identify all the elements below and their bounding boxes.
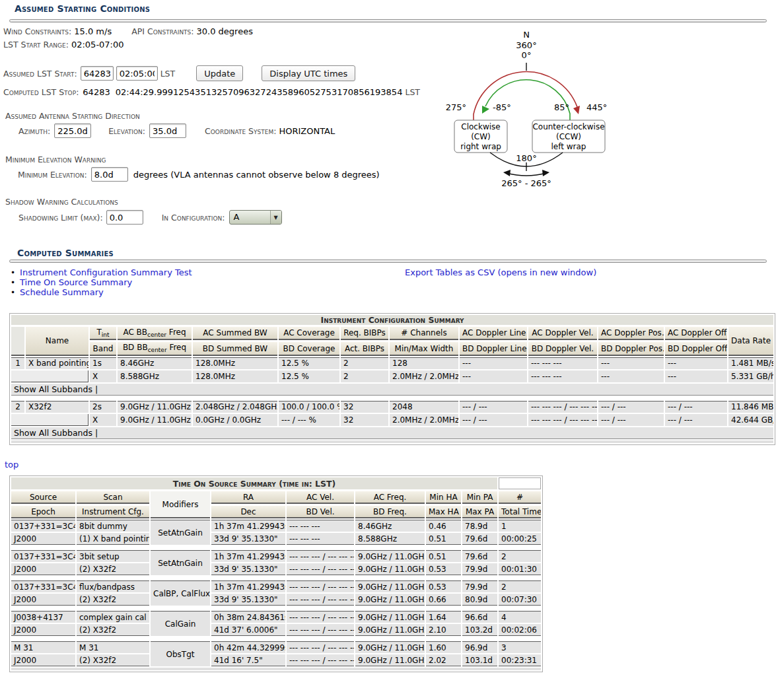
link-schedule-summary[interactable]: Schedule Summary	[20, 287, 104, 297]
table-cell: 12.5 %	[279, 370, 339, 382]
table-cell: 79.9d	[462, 580, 497, 592]
table-cell: 33d 9' 35.1330"	[211, 563, 285, 575]
table-cell: 00:07:30	[499, 594, 541, 606]
table-cell: ---	[598, 357, 664, 369]
ccw-line2: (CCW)	[556, 132, 581, 141]
lst-range-row: LST Start Range: 02:05-07:00	[3, 40, 433, 50]
table-cell: J2000	[11, 563, 75, 575]
section-title-assumed-starting-conditions: Assumed Starting Conditions	[15, 3, 150, 14]
col-band: Band	[90, 341, 116, 355]
top-link[interactable]: top	[5, 460, 18, 470]
col-tint: Tint	[90, 326, 116, 340]
table-cell: ObsTgt	[151, 641, 210, 666]
table-cell: CalBP, CalFlux	[151, 580, 210, 606]
table-cell: --- / ---	[598, 401, 664, 413]
table-cell: ---	[460, 370, 527, 382]
table-cell: 41d 37' 6.0006"	[211, 624, 285, 636]
update-button[interactable]: Update	[196, 65, 243, 81]
table-cell: 96.9d	[462, 641, 497, 653]
link-time-on-source-summary[interactable]: Time On Source Summary	[20, 277, 132, 287]
lst-start-day-input[interactable]	[81, 66, 114, 81]
table-cell: 2048	[390, 401, 458, 413]
table-cell: --- --- --- / --- --- ---	[287, 594, 354, 606]
table-cell: X	[90, 414, 116, 426]
table-title: Time On Source Summary (time in: LST)	[11, 477, 497, 489]
table-cell: 9.0GHz / 11.0GHz	[118, 401, 192, 413]
table-cell: 2.048GHz / 2.048GHz	[193, 401, 277, 413]
table-cell: ---	[665, 370, 727, 382]
azimuth-input[interactable]	[54, 123, 91, 138]
table-cell: 8.588GHz	[118, 370, 192, 382]
table-cell	[11, 397, 773, 400]
lst-start-row: Assumed LST Start: LST Update Display UT…	[3, 65, 433, 81]
table-cell: 2	[11, 401, 24, 413]
table-cell: 9.0GHz / 11.0GHz	[118, 414, 192, 426]
export-csv-link[interactable]: Export Tables as CSV (opens in new windo…	[405, 267, 596, 277]
table-cell: ---	[598, 370, 664, 382]
table-cell: 9.0GHz / 11.0GHz	[355, 641, 425, 653]
range-arrow-left-icon	[503, 170, 511, 176]
table-row: 2X32f22s9.0GHz / 11.0GHz2.048GHz / 2.048…	[11, 401, 773, 413]
table-row: J2000(2) X32f233d 9' 35.1330"--- --- ---…	[11, 594, 541, 606]
constraints-row: Wind Constraints: 15.0 m/s API Constrain…	[3, 26, 433, 36]
elevation-input[interactable]	[149, 123, 186, 138]
counterclockwise-arrow-icon	[482, 106, 489, 114]
table-cell: --- / ---	[460, 414, 527, 426]
in-configuration-label: In Configuration:	[162, 213, 225, 223]
configuration-selected-value: A	[230, 211, 270, 224]
min-elevation-label: Minimum Elevation:	[18, 170, 87, 180]
range-arrow-line	[507, 173, 546, 176]
table-cell: 1s	[90, 357, 116, 369]
col-ac-doppler-vel: AC Doppler Vel.	[528, 326, 597, 340]
col-max-pa: Max PA	[462, 505, 497, 518]
table-header-row: Epoch Instrument Cfg. Dec BD Vel. BD Fre…	[11, 505, 541, 518]
table-cell: 00:00:25	[499, 533, 541, 545]
col-bd-summed-bw: BD Summed BW	[193, 341, 277, 355]
table-cell: --- --- --- / --- --- ---	[528, 401, 597, 413]
col-ac-summed-bw: AC Summed BW	[193, 326, 277, 340]
table-cell: 0137+331=3C48	[11, 580, 75, 592]
table-cell: M 31	[77, 641, 149, 653]
table-cell: 9.0GHz / 11.0GHz	[355, 563, 425, 575]
table-cell: 42.644 GB/h	[728, 414, 773, 426]
table-cell: 2.02	[426, 654, 461, 666]
table-cell: 0.53	[426, 563, 461, 575]
col-data-rate: Data Rate	[728, 326, 773, 356]
configuration-select[interactable]: A ▼	[229, 210, 282, 225]
summary-links: • Instrument Configuration Summary Test …	[11, 267, 192, 297]
display-utc-times-button[interactable]: Display UTC times	[262, 65, 355, 81]
table-cell: 0.51	[426, 533, 461, 545]
table-cell: 0h 42m 44.32999s	[211, 641, 285, 653]
clockwise-arrow-icon	[573, 106, 580, 114]
table-cell: SetAtnGain	[151, 550, 210, 575]
table-cell: J2000	[11, 533, 75, 545]
table-row: X8.588GHz128.0MHz12.5 %22.0MHz / 2.0MHz-…	[11, 370, 773, 382]
table-header-row: Band BD BBcenter Freq BD Summed BW BD Co…	[11, 341, 773, 355]
table-cell: (2) X32f2	[77, 654, 149, 666]
bullet-icon: •	[11, 278, 15, 287]
antenna-direction-heading-row: Assumed Antenna Starting Direction	[3, 111, 433, 120]
show-all-subbands-link[interactable]: Show All Subbands |	[11, 427, 773, 439]
col-ra: RA	[211, 491, 285, 504]
table-cell: --- --- ---	[528, 370, 597, 382]
shadowing-limit-input[interactable]	[106, 210, 143, 225]
computed-lst-stop-day: 64283	[83, 87, 110, 97]
table-row: M 31M 31ObsTgt0h 42m 44.32999s--- --- --…	[11, 641, 541, 653]
table-cell: 00:01:30	[499, 563, 541, 575]
observation-preparation-page: Assumed Starting Conditions Wind Constra…	[0, 0, 776, 700]
col-channels: # Channels	[390, 326, 458, 340]
table-cell	[11, 370, 88, 382]
show-all-subbands-link[interactable]: Show All Subbands |	[11, 384, 773, 396]
link-instrument-configuration-summary[interactable]: Instrument Configuration Summary Test	[20, 267, 192, 277]
title-blank-cell	[499, 477, 541, 489]
table-cell: 9.0GHz / 11.0GHz	[355, 594, 425, 606]
table-cell: 0.46	[426, 520, 461, 532]
table-cell: 32	[341, 414, 388, 426]
lst-start-time-input[interactable]	[116, 66, 158, 81]
assumed-lst-start-label: Assumed LST Start:	[3, 69, 77, 79]
table-cell: 9.0GHz / 11.0GHz	[355, 654, 425, 666]
table-cell: SetAtnGain	[151, 520, 210, 545]
table-cell: 9.0GHz / 11.0GHz	[355, 580, 425, 592]
min-elevation-input[interactable]	[91, 167, 128, 182]
col-act-bibps: Act. BIBPs	[341, 341, 388, 355]
